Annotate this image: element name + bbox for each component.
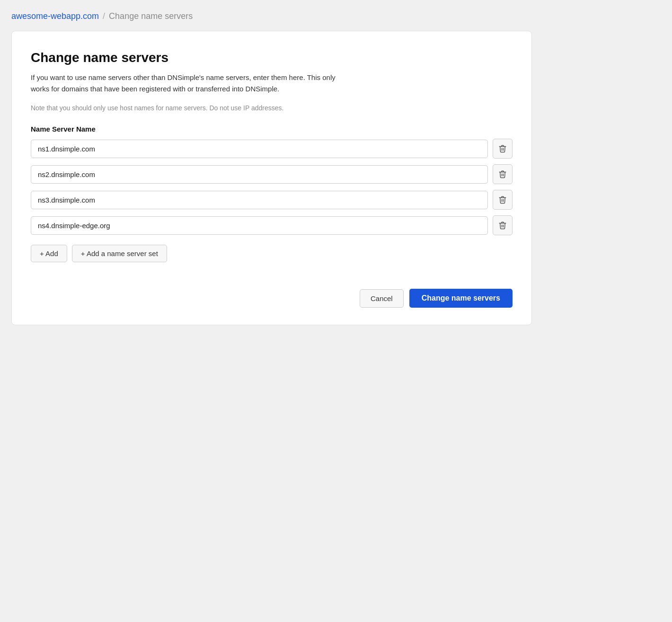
main-card: Change name servers If you want to use n…	[11, 31, 532, 325]
page-title: Change name servers	[31, 50, 513, 65]
delete-name-server-button-3[interactable]	[493, 190, 513, 210]
name-server-row	[31, 164, 513, 184]
name-server-input-1[interactable]	[31, 140, 488, 158]
breadcrumb-current: Change name servers	[109, 11, 193, 21]
trash-icon	[498, 170, 507, 178]
breadcrumb-separator: /	[103, 11, 105, 21]
name-server-row	[31, 139, 513, 159]
note-text: Note that you should only use host names…	[31, 104, 513, 112]
add-name-server-set-button[interactable]: + Add a name server set	[72, 245, 167, 262]
name-server-input-3[interactable]	[31, 191, 488, 209]
cancel-button[interactable]: Cancel	[360, 289, 404, 308]
add-button[interactable]: + Add	[31, 245, 67, 262]
description-text: If you want to use name servers other th…	[31, 72, 353, 95]
trash-icon	[498, 221, 507, 230]
breadcrumb-domain[interactable]: awesome-webapp.com	[11, 11, 99, 21]
action-buttons: + Add + Add a name server set	[31, 245, 513, 262]
submit-button[interactable]: Change name servers	[409, 289, 513, 308]
delete-name-server-button-4[interactable]	[493, 215, 513, 235]
trash-icon	[498, 144, 507, 153]
delete-name-server-button-1[interactable]	[493, 139, 513, 159]
footer-actions: Cancel Change name servers	[31, 281, 513, 308]
name-server-input-4[interactable]	[31, 216, 488, 235]
name-server-input-2[interactable]	[31, 165, 488, 184]
field-label: Name Server Name	[31, 125, 513, 133]
name-server-row	[31, 190, 513, 210]
trash-icon	[498, 195, 507, 204]
name-server-row	[31, 215, 513, 235]
breadcrumb: awesome-webapp.com / Change name servers	[11, 11, 661, 21]
delete-name-server-button-2[interactable]	[493, 164, 513, 184]
name-server-list	[31, 139, 513, 235]
